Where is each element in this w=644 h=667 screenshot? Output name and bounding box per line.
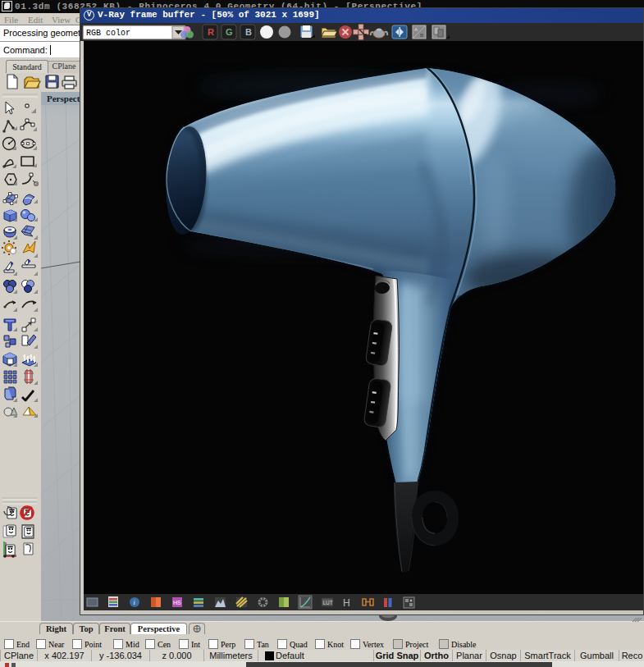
svg-text:G: G — [226, 27, 233, 37]
svg-text:B: B — [420, 33, 423, 38]
svg-text:B: B — [245, 27, 252, 37]
svg-text:HS: HS — [173, 600, 181, 605]
svg-text:Perspect:: Perspect: — [47, 94, 83, 103]
svg-text:RGB color: RGB color — [86, 29, 130, 38]
svg-text:LUT: LUT — [323, 600, 333, 605]
svg-text:A: A — [414, 27, 418, 32]
svg-text:H: H — [343, 597, 350, 609]
svg-text:R: R — [208, 27, 214, 37]
svg-text:i: i — [134, 599, 135, 606]
